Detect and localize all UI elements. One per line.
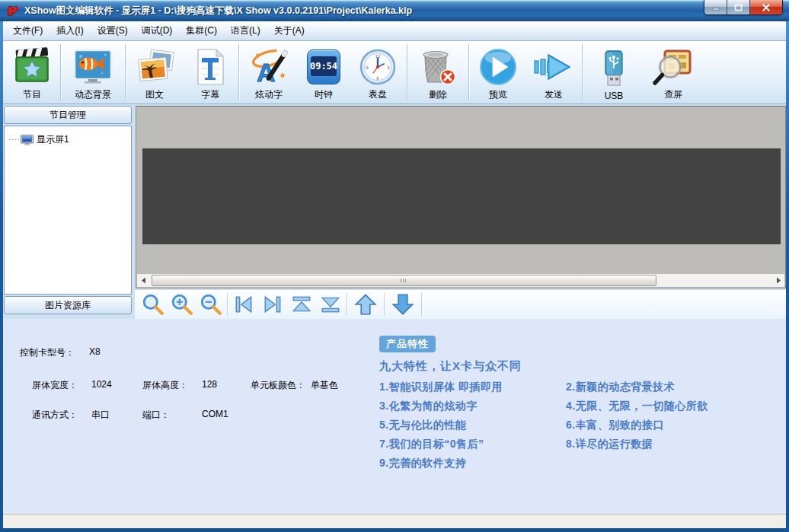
down-arrow-icon	[391, 293, 414, 316]
toolbar-send-button[interactable]: 发送	[526, 41, 581, 104]
menu-settings[interactable]: 设置(S)	[91, 21, 135, 40]
toolbar-clock-button[interactable]: 09:54 时钟	[298, 41, 350, 104]
port-value: COM1	[202, 409, 228, 419]
view-toolbar-separator	[421, 293, 422, 316]
to-bottom-icon	[320, 294, 341, 315]
status-bar	[3, 514, 786, 528]
toolbar-preview-button[interactable]: 预览	[470, 41, 526, 104]
feature-item: 9.完善的软件支持	[379, 457, 566, 476]
zoom-out-button[interactable]	[196, 292, 225, 317]
toolbar-label: 预览	[489, 88, 507, 101]
screen-width-label: 屏体宽度：	[32, 379, 78, 392]
feature-item: 2.新颖的动态背景技术	[566, 381, 708, 400]
toolbar-label: 表盘	[369, 88, 387, 101]
toolbar-label: 查屏	[664, 88, 682, 101]
view-toolbar-separator	[227, 293, 228, 316]
toolbar-label: 动态背景	[75, 88, 111, 101]
feature-item: 8.详尽的运行数据	[566, 438, 708, 457]
menu-debug[interactable]: 调试(D)	[135, 21, 180, 40]
zoom-in-button[interactable]	[168, 292, 196, 317]
toolbar-separator	[238, 44, 239, 100]
up-arrow-icon	[354, 293, 377, 316]
scroll-right-button[interactable]	[771, 274, 784, 287]
screen-height-value: 128	[202, 379, 217, 390]
toolbar-magic-text-button[interactable]: A 炫动字	[240, 41, 298, 104]
last-item-button[interactable]	[258, 292, 287, 317]
scroll-left-button[interactable]	[137, 274, 150, 287]
tree-branch-line	[9, 139, 19, 140]
maximize-icon	[734, 4, 743, 11]
close-icon	[762, 4, 770, 11]
app-window: XShow图文编辑软件 - 显示屏1 - D:\搜狗高速下载\X Show v3…	[0, 0, 789, 532]
monitor-icon	[21, 135, 34, 145]
menu-cluster[interactable]: 集群(C)	[179, 21, 224, 40]
led-screen-preview[interactable]	[142, 148, 781, 244]
panel-color-label: 单元板颜色：	[251, 379, 305, 392]
toolbar-separator	[468, 44, 469, 100]
minimize-icon	[712, 4, 720, 11]
scrollbar-thumb[interactable]	[152, 275, 656, 286]
first-item-button[interactable]	[229, 292, 258, 317]
program-tree: 显示屏1	[4, 126, 132, 295]
toolbar-separator	[60, 44, 61, 100]
photos-icon	[135, 45, 174, 88]
toolbar-usb-button[interactable]: USB	[583, 41, 644, 104]
main-area: 节目管理 显示屏1 图片资源库	[3, 104, 786, 319]
toolbar-dynamic-background-button[interactable]: 动态背景	[62, 41, 124, 104]
minimize-button[interactable]	[704, 0, 727, 14]
svg-text:12: 12	[375, 53, 381, 58]
view-toolbar-separator	[384, 293, 385, 316]
move-down-button[interactable]	[386, 292, 420, 317]
feature-item: 5.无与伦比的性能	[379, 419, 566, 438]
image-library-button[interactable]: 图片资源库	[4, 296, 132, 314]
digital-clock-icon: 09:54	[307, 45, 340, 88]
close-button[interactable]	[750, 0, 782, 14]
play-icon	[478, 45, 519, 88]
toolbar-label: 图文	[145, 88, 164, 101]
menu-about[interactable]: 关于(A)	[267, 21, 311, 40]
menu-insert[interactable]: 插入(I)	[50, 21, 90, 40]
toolbar-image-text-button[interactable]: 图文	[126, 41, 183, 104]
scrollbar-grip	[401, 279, 407, 282]
toolbar-check-screen-button[interactable]: 查屏	[644, 41, 702, 104]
toolbar-separator	[582, 44, 583, 100]
features-list: 1.智能识别屏体 即插即用 3.化繁为简的炫动字 5.无与伦比的性能 7.我们的…	[379, 381, 708, 476]
maximize-button[interactable]	[727, 0, 750, 14]
display-canvas[interactable]	[136, 106, 786, 288]
program-management-button[interactable]: 节目管理	[4, 106, 132, 124]
window-title: XShow图文编辑软件 - 显示屏1 - D:\搜狗高速下载\X Show v3…	[24, 5, 412, 18]
comm-mode-value: 串口	[91, 409, 110, 422]
text-document-icon	[193, 45, 228, 88]
menu-file[interactable]: 文件(F)	[6, 21, 50, 40]
toolbar-subtitle-button[interactable]: 字幕	[183, 41, 238, 104]
titlebar: XShow图文编辑软件 - 显示屏1 - D:\搜狗高速下载\X Show v3…	[0, 0, 789, 21]
toolbar-label: 炫动字	[255, 88, 283, 101]
zoom-in-icon	[171, 293, 193, 316]
feature-item: 1.智能识别屏体 即插即用	[379, 381, 566, 400]
move-to-top-button[interactable]	[287, 292, 316, 317]
skip-first-icon	[233, 294, 254, 315]
comm-mode-label: 通讯方式：	[32, 409, 78, 422]
toolbar-program-button[interactable]: 节目	[5, 41, 59, 104]
tree-item-display1[interactable]: 显示屏1	[5, 126, 131, 146]
move-to-bottom-button[interactable]	[316, 292, 345, 317]
move-up-button[interactable]	[349, 292, 382, 317]
menubar: 文件(F) 插入(I) 设置(S) 调试(D) 集群(C) 语言(L) 关于(A…	[3, 21, 786, 41]
product-features: 产品特性 九大特性，让X卡与众不同 1.智能识别屏体 即插即用 3.化繁为简的炫…	[379, 336, 708, 476]
toolbar-delete-button[interactable]: 删除	[408, 41, 468, 104]
menu-language[interactable]: 语言(L)	[224, 21, 267, 40]
zoom-reset-button[interactable]	[139, 292, 168, 317]
toolbar-dial-button[interactable]: 12369 表盘	[350, 41, 406, 104]
panel-color-value: 单基色	[311, 379, 338, 392]
screen-width-value: 1024	[91, 379, 112, 390]
to-top-icon	[291, 294, 312, 315]
tree-item-label: 显示屏1	[37, 133, 69, 146]
card-model-label: 控制卡型号：	[20, 346, 75, 359]
main-toolbar: 节目 动态背景	[3, 41, 786, 104]
analog-clock-icon: 12369	[359, 45, 397, 88]
magic-text-icon: A	[248, 45, 290, 88]
scrollbar-track[interactable]	[150, 274, 771, 287]
features-badge: 产品特性	[379, 336, 436, 352]
clapperboard-icon	[12, 45, 52, 88]
toolbar-label: USB	[605, 91, 624, 101]
